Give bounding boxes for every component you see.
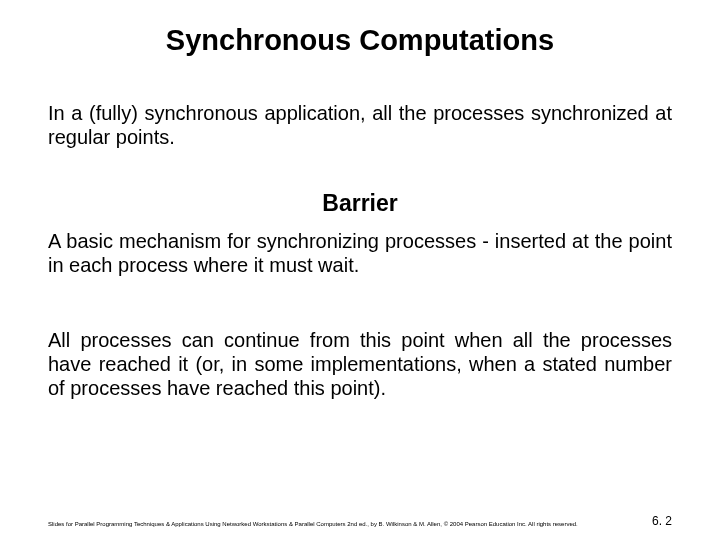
body-paragraph-2: All processes can continue from this poi… [48,328,672,401]
footer: Slides for Parallel Programming Techniqu… [48,514,672,528]
footer-credits: Slides for Parallel Programming Techniqu… [48,521,652,528]
slide: Synchronous Computations In a (fully) sy… [0,0,720,540]
intro-paragraph: In a (fully) synchronous application, al… [48,101,672,150]
slide-title: Synchronous Computations [48,24,672,57]
barrier-subheading: Barrier [48,190,672,217]
body-paragraph-1: A basic mechanism for synchronizing proc… [48,229,672,278]
page-number: 6. 2 [652,514,672,528]
